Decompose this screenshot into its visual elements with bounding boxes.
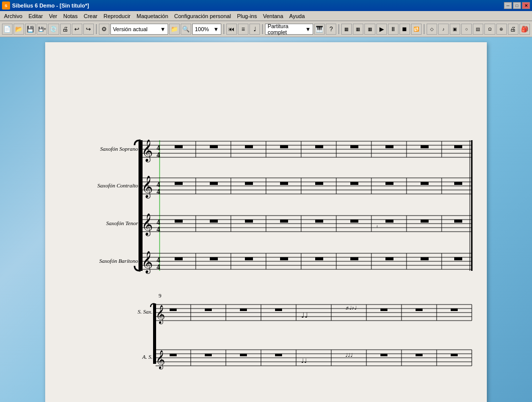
- svg-rect-50: [350, 182, 358, 185]
- menu-editar[interactable]: Editar: [26, 12, 46, 20]
- svg-text:A. S.: A. S.: [142, 354, 153, 360]
- svg-text:4: 4: [157, 226, 160, 233]
- svg-rect-51: [385, 182, 393, 185]
- tool-6[interactable]: Ω: [484, 24, 495, 35]
- svg-text:4: 4: [157, 263, 160, 271]
- lines-icon[interactable]: ≡: [238, 24, 248, 35]
- svg-rect-72: [245, 220, 253, 223]
- svg-rect-22: [245, 145, 253, 148]
- play-button[interactable]: ▶: [376, 24, 387, 35]
- menu-ayuda[interactable]: Ayuda: [286, 12, 308, 20]
- tool-1[interactable]: ◇: [427, 24, 437, 35]
- grid-icon-3[interactable]: ▦: [364, 24, 375, 35]
- svg-text:𝄞: 𝄞: [142, 139, 153, 163]
- svg-rect-98: [245, 257, 253, 260]
- menu-ver[interactable]: Ver: [46, 12, 60, 20]
- svg-rect-128: [205, 309, 212, 311]
- svg-text:4: 4: [157, 144, 160, 152]
- svg-rect-154: [275, 354, 282, 356]
- minimize-button[interactable]: ─: [504, 2, 512, 9]
- toolbar-separator-2: [223, 24, 224, 34]
- view-label: Partitura complet: [268, 23, 305, 35]
- version-chevron: ▼: [160, 26, 166, 32]
- nav-left-icon[interactable]: ⏮: [226, 24, 237, 35]
- print-button[interactable]: 🖨: [60, 24, 71, 35]
- titlebar-left: S Sibelius 6 Demo - [Sin título*]: [2, 2, 89, 10]
- toolbar-separator-4: [338, 24, 339, 34]
- redo-button[interactable]: ↪: [83, 24, 94, 35]
- svg-rect-158: [416, 354, 423, 356]
- save-button[interactable]: 💾: [25, 24, 36, 35]
- menu-crear[interactable]: Crear: [81, 12, 101, 20]
- close-button[interactable]: ✕: [522, 2, 530, 9]
- svg-text:S. Sax.: S. Sax.: [138, 309, 153, 315]
- menu-config[interactable]: Configuración personal: [171, 12, 234, 20]
- svg-text:♩♩: ♩♩: [301, 357, 307, 364]
- toolbar-separator-3: [262, 24, 263, 34]
- open-button[interactable]: 📂: [14, 24, 24, 35]
- svg-rect-78: [421, 220, 429, 223]
- svg-rect-157: [380, 354, 387, 356]
- folder-icon[interactable]: 📁: [169, 24, 180, 35]
- svg-rect-152: [205, 354, 212, 356]
- search-icon[interactable]: 🔍: [181, 24, 191, 35]
- svg-rect-24: [315, 145, 323, 148]
- zoom-dropdown[interactable]: 100% ▼: [192, 24, 221, 35]
- svg-rect-130: [275, 309, 282, 311]
- tool-4[interactable]: ○: [461, 24, 472, 35]
- menu-archivo[interactable]: Archivo: [1, 12, 26, 20]
- menu-maquetacion[interactable]: Maquetación: [134, 12, 171, 20]
- version-label: Versión actual: [113, 26, 148, 32]
- stop-button[interactable]: ⏹: [400, 24, 410, 35]
- menu-ventana[interactable]: Ventana: [260, 12, 286, 20]
- grid-icon-2[interactable]: ▦: [353, 24, 363, 35]
- svg-rect-102: [385, 257, 393, 260]
- svg-rect-52: [421, 182, 429, 185]
- disk-button[interactable]: 💿: [48, 24, 59, 35]
- tool-3[interactable]: ▣: [450, 24, 460, 35]
- svg-rect-77: [385, 220, 393, 223]
- app-title: Sibelius 6 Demo - [Sin título*]: [12, 3, 89, 9]
- svg-text:♬♩♪♩: ♬♩♪♩: [345, 305, 357, 311]
- grid-icon-1[interactable]: ▦: [341, 24, 352, 35]
- undo-button[interactable]: ↩: [72, 24, 82, 35]
- svg-rect-49: [315, 182, 323, 185]
- tool-2[interactable]: ♪: [438, 24, 449, 35]
- tool-7[interactable]: ⊕: [496, 24, 507, 35]
- view-dropdown[interactable]: Partitura complet ▼: [265, 24, 313, 35]
- svg-rect-48: [280, 182, 288, 185]
- loop-icon[interactable]: 🔁: [411, 24, 422, 35]
- svg-text:Saxofón Contralto: Saxofón Contralto: [97, 182, 138, 188]
- svg-text:𝄞: 𝄞: [142, 175, 153, 199]
- version-dropdown[interactable]: Versión actual ▼: [110, 24, 168, 35]
- svg-rect-53: [454, 182, 462, 185]
- content-area: 𝄞 4 4: [0, 37, 532, 402]
- menu-reproducir[interactable]: Reproducir: [100, 12, 134, 20]
- svg-rect-129: [240, 309, 247, 311]
- save-as-button[interactable]: 💾+: [37, 24, 47, 35]
- svg-rect-71: [210, 220, 218, 223]
- bag-icon[interactable]: 🎒: [519, 24, 530, 35]
- svg-text:Saxofón Soprano: Saxofón Soprano: [100, 146, 139, 152]
- svg-rect-20: [175, 145, 183, 148]
- new-button[interactable]: 📄: [2, 24, 13, 35]
- pause-button[interactable]: ⏸: [388, 24, 398, 35]
- svg-rect-79: [454, 220, 462, 223]
- maximize-button[interactable]: □: [513, 2, 521, 9]
- tool-5[interactable]: ▤: [473, 24, 483, 35]
- svg-rect-45: [175, 182, 183, 185]
- piano-icon[interactable]: 🎹: [314, 24, 325, 35]
- svg-rect-104: [454, 257, 462, 260]
- menu-plugins[interactable]: Plug-ins: [234, 12, 260, 20]
- menu-notas[interactable]: Notas: [60, 12, 81, 20]
- printer-icon[interactable]: 🖨: [508, 24, 518, 35]
- svg-rect-27: [421, 145, 429, 148]
- settings-icon[interactable]: ⚙: [99, 24, 109, 35]
- help-icon[interactable]: ?: [326, 24, 336, 35]
- titlebar-controls[interactable]: ─ □ ✕: [504, 2, 530, 9]
- svg-text:4: 4: [157, 219, 160, 226]
- score-svg: 𝄞 4 4: [45, 42, 487, 402]
- staves-icon[interactable]: ♩: [249, 24, 260, 35]
- toolbar-separator-1: [96, 24, 97, 34]
- svg-rect-74: [315, 220, 323, 223]
